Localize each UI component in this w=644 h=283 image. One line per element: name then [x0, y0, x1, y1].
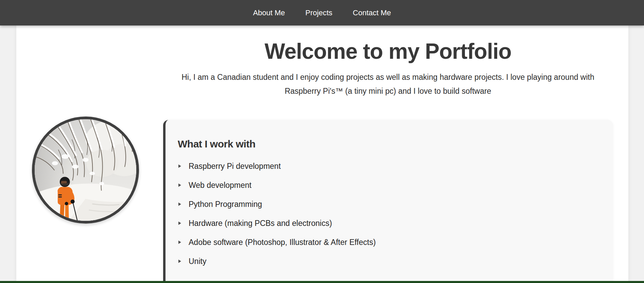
work-card: What I work with Raspberry Pi developmen…: [163, 120, 613, 283]
list-item-label: Unity: [189, 257, 206, 266]
nav-link-contact-me[interactable]: Contact Me: [343, 0, 401, 25]
profile-photo: [32, 117, 139, 224]
list-bullet-icon: [178, 202, 181, 206]
list-bullet-icon: [178, 241, 181, 244]
list-item-label: Python Programming: [189, 200, 262, 209]
list-item: Unity: [178, 252, 599, 271]
work-list: Raspberry Pi development Web development…: [178, 157, 599, 271]
page-content: Welcome to my Portfolio Hi, I am a Canad…: [16, 25, 628, 283]
footer-accent-bar: [0, 281, 644, 283]
hero-section: Welcome to my Portfolio Hi, I am a Canad…: [163, 25, 613, 98]
list-item: Hardware (making PCBs and electronics): [178, 214, 599, 233]
list-item-label: Adobe software (Photoshop, Illustrator &…: [189, 238, 376, 247]
top-navbar: About Me Projects Contact Me: [0, 0, 644, 25]
skier-photo-illustration: [35, 119, 136, 221]
list-item: Raspberry Pi development: [178, 157, 599, 176]
nav-link-about-me[interactable]: About Me: [243, 0, 295, 25]
avatar-column: [32, 117, 139, 283]
list-bullet-icon: [178, 260, 181, 263]
list-item-label: Web development: [189, 181, 251, 190]
list-item-label: Hardware (making PCBs and electronics): [189, 219, 332, 228]
list-item: Python Programming: [178, 195, 599, 214]
list-bullet-icon: [178, 222, 181, 225]
list-bullet-icon: [178, 164, 181, 168]
work-card-title: What I work with: [178, 138, 599, 150]
content-row: What I work with Raspberry Pi developmen…: [32, 117, 613, 283]
page-title: Welcome to my Portfolio: [163, 25, 613, 65]
nav-link-projects[interactable]: Projects: [295, 0, 343, 25]
list-item-label: Raspberry Pi development: [189, 162, 281, 171]
list-bullet-icon: [178, 183, 181, 187]
intro-text: Hi, I am a Canadian student and I enjoy …: [174, 70, 602, 98]
list-item: Web development: [178, 176, 599, 195]
list-item: Adobe software (Photoshop, Illustrator &…: [178, 233, 599, 252]
